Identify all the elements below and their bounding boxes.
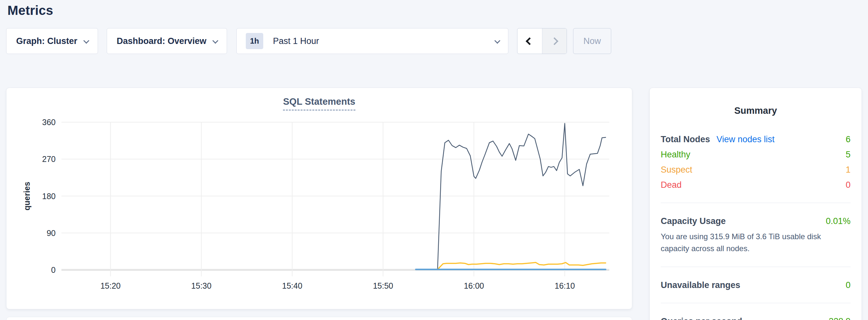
suspect-value: 1 <box>846 164 850 175</box>
divider <box>661 203 850 203</box>
next-chart-card-partial <box>6 317 632 320</box>
content-row: SQL Statements 09018027036015:2015:3015:… <box>6 88 862 320</box>
summary-title: Summary <box>661 88 850 116</box>
dead-label: Dead <box>661 180 682 190</box>
chevron-down-icon <box>84 37 89 43</box>
healthy-value: 5 <box>846 149 850 160</box>
charts-column: SQL Statements 09018027036015:2015:3015:… <box>6 88 632 320</box>
queries-per-second-value: 328.9 <box>829 316 850 320</box>
chevron-left-icon <box>526 37 534 45</box>
time-range-selector[interactable]: 1h Past 1 Hour <box>237 28 508 54</box>
chevron-down-icon <box>494 37 500 43</box>
summary-row-healthy: Healthy 5 <box>661 149 850 160</box>
unavailable-ranges-label: Unavailable ranges <box>661 280 740 291</box>
prev-timeframe-button[interactable] <box>518 28 542 54</box>
graph-scope-dropdown[interactable]: Graph: Cluster <box>6 28 98 54</box>
queries-per-second-label: Queries per second <box>661 316 742 320</box>
time-range-badge: 1h <box>246 33 263 49</box>
summary-panel: Summary Total Nodes View nodes list 6 He… <box>649 88 862 320</box>
x-tick-label: 16:10 <box>555 281 575 290</box>
sql-statements-chart-card: SQL Statements 09018027036015:2015:3015:… <box>6 88 632 309</box>
time-nav-button-group <box>517 28 567 54</box>
summary-row-total-nodes: Total Nodes View nodes list 6 <box>661 134 850 145</box>
summary-row-queries-per-second: Queries per second 328.9 <box>661 316 850 320</box>
x-tick-label: 15:20 <box>100 281 121 290</box>
healthy-label: Healthy <box>661 149 690 160</box>
total-nodes-value: 6 <box>846 134 850 145</box>
divider <box>661 303 850 303</box>
summary-row-capacity-usage: Capacity Usage 0.01% <box>661 216 850 227</box>
capacity-usage-description: You are using 315.9 MiB of 3.6 TiB usabl… <box>661 230 850 254</box>
x-tick-label: 16:00 <box>464 281 484 290</box>
metrics-page: Metrics Graph: Cluster Dashboard: Overvi… <box>0 3 868 320</box>
unavailable-ranges-value: 0 <box>846 280 850 291</box>
time-range-label: Past 1 Hour <box>273 36 319 46</box>
summary-row-suspect: Suspect 1 <box>661 164 850 175</box>
toolbar: Graph: Cluster Dashboard: Overview 1h Pa… <box>6 28 862 54</box>
capacity-usage-label: Capacity Usage <box>661 216 726 227</box>
page-title: Metrics <box>7 3 862 18</box>
y-tick-label: 360 <box>42 118 56 127</box>
chart-series-2 <box>438 262 606 269</box>
suspect-label: Suspect <box>661 164 692 175</box>
y-tick-label: 270 <box>42 155 56 164</box>
summary-row-dead: Dead 0 <box>661 180 850 190</box>
divider <box>661 267 850 267</box>
y-axis-title: queries <box>22 182 31 211</box>
chevron-right-icon <box>551 37 558 45</box>
dead-value: 0 <box>846 180 850 190</box>
y-tick-label: 90 <box>46 228 56 237</box>
capacity-usage-value: 0.01% <box>826 216 850 227</box>
summary-row-unavailable-ranges: Unavailable ranges 0 <box>661 280 850 291</box>
next-timeframe-button[interactable] <box>542 28 567 54</box>
x-tick-label: 15:50 <box>373 281 393 290</box>
graph-scope-dropdown-label: Graph: Cluster <box>16 36 77 46</box>
total-nodes-label: Total Nodes <box>661 134 710 145</box>
x-tick-label: 15:30 <box>191 281 212 290</box>
y-tick-label: 180 <box>42 192 56 201</box>
sql-statements-chart[interactable]: 09018027036015:2015:3015:4015:5016:0016:… <box>6 88 632 309</box>
now-button[interactable]: Now <box>573 28 611 54</box>
view-nodes-list-link[interactable]: View nodes list <box>717 134 775 145</box>
dashboard-dropdown[interactable]: Dashboard: Overview <box>107 28 227 54</box>
dashboard-dropdown-label: Dashboard: Overview <box>117 36 207 46</box>
chevron-down-icon <box>213 37 218 43</box>
x-tick-label: 15:40 <box>282 281 302 290</box>
y-tick-label: 0 <box>51 265 56 275</box>
